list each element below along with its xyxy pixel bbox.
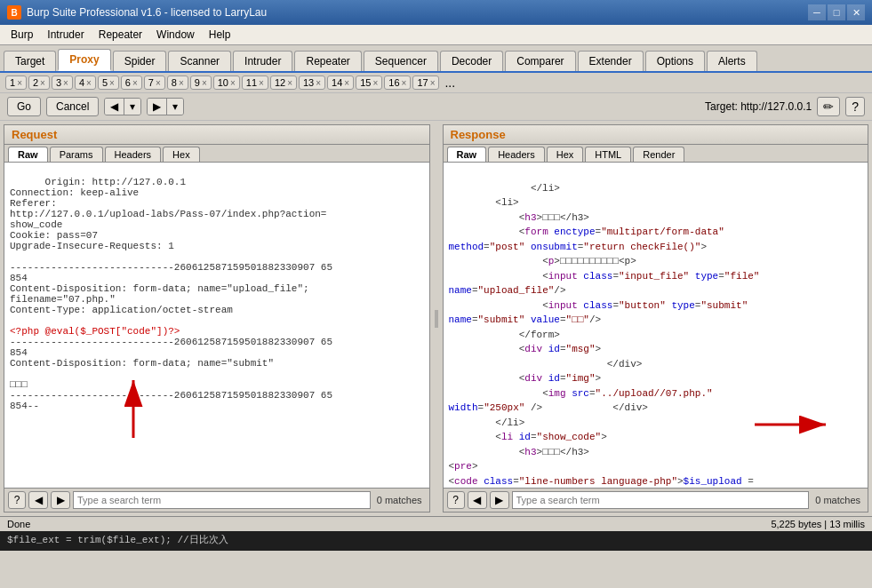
close-tab-12[interactable]: × [287, 78, 292, 88]
num-tab-13[interactable]: 13× [299, 75, 325, 90]
menu-burp[interactable]: Burp [4, 27, 40, 43]
num-tab-17[interactable]: 17× [412, 75, 439, 90]
close-tab-5[interactable]: × [109, 78, 115, 88]
nav-back-button[interactable]: ◀ [105, 99, 124, 115]
request-tab-params[interactable]: Params [50, 147, 103, 162]
num-tab-1[interactable]: 1× [5, 75, 27, 90]
num-tab-12[interactable]: 12× [270, 75, 297, 90]
request-search-prev[interactable]: ◀ [28, 491, 48, 509]
response-tab-html[interactable]: HTML [585, 147, 631, 162]
titlebar: B Burp Suite Professional v1.6 - license… [0, 0, 872, 25]
close-tab-17[interactable]: × [430, 78, 436, 88]
response-search-bar: ? ◀ ▶ 0 matches [444, 488, 868, 512]
close-tab-14[interactable]: × [344, 78, 349, 88]
close-tab-15[interactable]: × [372, 78, 378, 88]
close-tab-7[interactable]: × [156, 78, 161, 88]
tab-proxy[interactable]: Proxy [58, 49, 110, 71]
num-tab-7[interactable]: 7× [144, 75, 165, 90]
response-tab-render[interactable]: Render [633, 147, 684, 162]
num-tab-16[interactable]: 16× [384, 75, 411, 90]
tab-options[interactable]: Options [645, 51, 705, 71]
num-tab-14[interactable]: 14× [327, 75, 354, 90]
close-tab-2[interactable]: × [40, 78, 45, 88]
tab-intruder[interactable]: Intruder [233, 51, 292, 71]
response-content[interactable]: </li> <li> <h3>□□□</h3> <form enctype="m… [444, 163, 868, 488]
tab-comparer[interactable]: Comparer [505, 51, 575, 71]
request-search-help[interactable]: ? [8, 491, 26, 509]
statusbar-left: Done [7, 519, 30, 529]
menu-intruder[interactable]: Intruder [40, 27, 91, 43]
menubar: Burp Intruder Repeater Window Help [0, 25, 872, 45]
close-tab-1[interactable]: × [17, 78, 22, 88]
num-tab-9[interactable]: 9× [190, 75, 212, 90]
nav-forward-button[interactable]: ▶ [148, 99, 167, 115]
cancel-button[interactable]: Cancel [46, 97, 99, 116]
request-text-2: ----------------------------260612587159… [10, 337, 332, 411]
close-tab-4[interactable]: × [86, 78, 92, 88]
target-edit-button[interactable]: ✏ [817, 97, 840, 116]
menu-window[interactable]: Window [149, 27, 202, 43]
tab-scanner[interactable]: Scanner [168, 51, 231, 71]
maximize-button[interactable]: □ [828, 4, 845, 20]
response-search-prev[interactable]: ◀ [468, 491, 487, 509]
nav-back-dropdown[interactable]: ▾ [124, 99, 140, 115]
more-tabs-button[interactable]: ... [441, 75, 459, 90]
request-search-next[interactable]: ▶ [51, 491, 70, 509]
num-tab-10[interactable]: 10× [213, 75, 240, 90]
request-tab-raw[interactable]: Raw [8, 147, 48, 162]
num-tab-5[interactable]: 5× [98, 75, 119, 90]
number-tab-bar: 1× 2× 3× 4× 5× 6× 7× 8× 9× 10× 11× 12× 1… [0, 73, 872, 93]
request-search-input[interactable] [73, 491, 371, 509]
num-tab-3[interactable]: 3× [52, 75, 73, 90]
response-tab-raw[interactable]: Raw [447, 147, 487, 162]
menu-repeater[interactable]: Repeater [92, 27, 149, 43]
window-controls: ─ □ ✕ [808, 4, 865, 20]
nav-back-group: ◀ ▾ [104, 98, 141, 115]
target-help-button[interactable]: ? [845, 97, 865, 116]
close-tab-10[interactable]: × [230, 78, 236, 88]
num-tab-11[interactable]: 11× [242, 75, 268, 90]
go-button[interactable]: Go [7, 97, 41, 116]
close-tab-13[interactable]: × [316, 78, 321, 88]
response-search-input[interactable] [512, 491, 810, 509]
tab-alerts[interactable]: Alerts [707, 51, 757, 71]
close-tab-6[interactable]: × [132, 78, 138, 88]
close-tab-11[interactable]: × [259, 78, 264, 88]
close-tab-8[interactable]: × [179, 78, 184, 88]
nav-forward-dropdown[interactable]: ▾ [167, 99, 183, 115]
minimize-button[interactable]: ─ [808, 4, 826, 20]
num-tab-6[interactable]: 6× [121, 75, 142, 90]
tab-sequencer[interactable]: Sequencer [364, 51, 438, 71]
tab-spider[interactable]: Spider [113, 51, 167, 71]
request-sub-tabs: Raw Params Headers Hex [4, 145, 429, 163]
nav-forward-group: ▶ ▾ [147, 98, 184, 115]
target-label: Target: http://127.0.0.1 [705, 100, 812, 113]
app-icon: B [7, 5, 21, 20]
response-search-next[interactable]: ▶ [490, 491, 509, 509]
tab-target[interactable]: Target [4, 51, 56, 71]
request-panel-header: Request [4, 125, 429, 145]
request-tab-hex[interactable]: Hex [163, 147, 200, 162]
close-button[interactable]: ✕ [847, 4, 865, 20]
main-tab-bar: Target Proxy Spider Scanner Intruder Rep… [0, 45, 872, 73]
response-search-matches: 0 matches [812, 495, 864, 505]
response-search-help[interactable]: ? [447, 491, 465, 509]
close-tab-3[interactable]: × [63, 78, 68, 88]
response-tab-hex[interactable]: Hex [547, 147, 584, 162]
request-content[interactable]: Origin: http://127.0.0.1 Connection: kee… [4, 163, 429, 488]
request-tab-headers[interactable]: Headers [105, 147, 162, 162]
request-panel: Request Raw Params Headers Hex Origin: h… [4, 124, 430, 513]
num-tab-15[interactable]: 15× [356, 75, 382, 90]
num-tab-4[interactable]: 4× [75, 75, 96, 90]
tab-extender[interactable]: Extender [578, 51, 644, 71]
bottom-strip: $file_ext = trim($file_ext); //日比次入 [0, 531, 872, 551]
num-tab-8[interactable]: 8× [167, 75, 188, 90]
close-tab-16[interactable]: × [402, 78, 407, 88]
response-tab-headers[interactable]: Headers [488, 147, 545, 162]
close-tab-9[interactable]: × [202, 78, 207, 88]
response-panel-header: Response [444, 125, 868, 145]
tab-decoder[interactable]: Decoder [440, 51, 503, 71]
menu-help[interactable]: Help [202, 27, 238, 43]
tab-repeater[interactable]: Repeater [294, 51, 361, 71]
num-tab-2[interactable]: 2× [28, 75, 50, 90]
